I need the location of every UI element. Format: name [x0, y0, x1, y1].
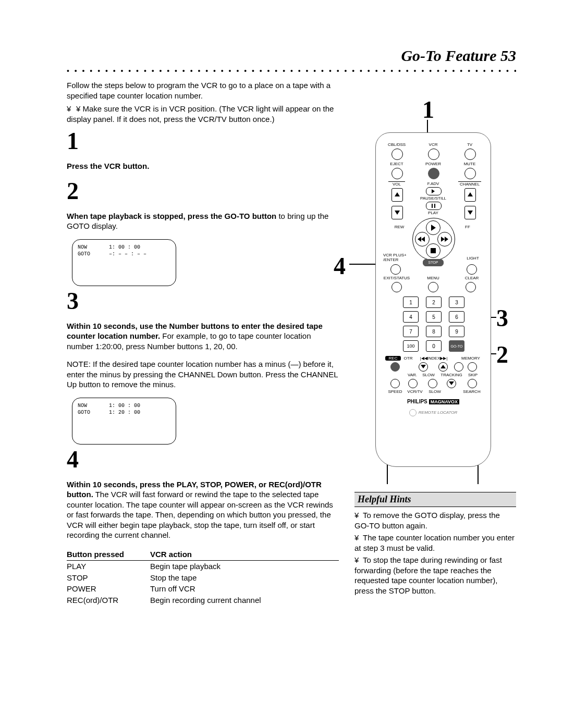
step3-note: NOTE: If the desired tape counter locati… [67, 359, 339, 390]
callout-3: 3 [496, 304, 508, 332]
num-9-button: 9 [449, 326, 464, 337]
channel-down-button [464, 206, 476, 219]
dotted-rule: • • • • • • • • • • • • • • • • • • • • … [67, 67, 516, 75]
goto-button: GO-TO [449, 340, 464, 352]
step2-bold: When tape playback is stopped, press the… [67, 212, 276, 220]
step1-text: Press the VCR button. [67, 162, 149, 170]
step-number-4: 4 [67, 448, 339, 472]
num-8-button: 8 [426, 326, 442, 337]
ff-button [437, 232, 452, 246]
num-2-button: 2 [426, 297, 442, 308]
num-1-button: 1 [403, 297, 419, 308]
memory2-button [468, 362, 477, 372]
hint-item: ¥The tape counter location number you en… [354, 533, 516, 555]
table-row: POWERTurn off VCR [67, 583, 339, 595]
screen-display-2: NOW1: 00 : 00 GOTO1: 20 : 00 [72, 398, 176, 445]
callout-1: 1 [422, 96, 434, 124]
vcr-button [428, 149, 439, 160]
clear-button [466, 282, 476, 292]
play-button [426, 220, 440, 235]
pause-button [426, 202, 442, 210]
pre-bullet: ¥¥ Make sure the VCR is in VCR position.… [67, 104, 339, 124]
num-5-button: 5 [426, 311, 442, 323]
remote-locator-label: REMOTE LOCATOR [376, 409, 491, 416]
speed-button [390, 379, 400, 388]
screen-display-1: NOW1: 00 : 00 GOTO–: – – : – – [72, 239, 176, 286]
channel-up-button [464, 188, 476, 202]
table-row: STOPStop the tape [67, 572, 339, 584]
step-number-1: 1 [67, 129, 339, 153]
brand-label: PHILIPSMAGNAVOX [376, 399, 491, 404]
num-6-button: 6 [449, 311, 464, 323]
power-button [428, 168, 439, 179]
num-4-button: 4 [403, 311, 419, 323]
menu-button [428, 282, 438, 292]
mute-button [464, 168, 476, 179]
helpful-hints-box: Helpful Hints ¥To remove the GOTO displa… [354, 492, 516, 598]
search-button [468, 379, 477, 388]
eject-button [391, 168, 403, 179]
rew-button [415, 232, 430, 246]
cbl-dss-button [391, 149, 403, 160]
page-title: Go-To Feature 53 [67, 47, 516, 65]
light-button [467, 264, 477, 275]
intro-text: Follow the steps below to program the VC… [67, 80, 339, 101]
vol-down-button [391, 206, 403, 219]
tracking-button [447, 379, 456, 388]
step-number-3: 3 [67, 289, 339, 313]
index-rew-button [419, 362, 428, 372]
table-row: PLAYBegin tape playback [67, 561, 339, 572]
vcrtv-button [408, 379, 418, 388]
remote-illustration: CBL/DSS VCR TV EJECT POWER MUTE VOL F.AD… [375, 132, 491, 467]
hint-item: ¥To stop the tape during rewinding or fa… [354, 555, 516, 598]
callout-2: 2 [496, 341, 508, 368]
stop-button [426, 243, 440, 258]
memory-button [454, 362, 463, 372]
helpful-hints-title: Helpful Hints [354, 492, 516, 507]
num-7-button: 7 [403, 326, 419, 337]
vol-up-button [391, 188, 403, 202]
vcrplus-button [390, 264, 401, 275]
step4-rest: The VCR will fast forward or rewind the … [67, 490, 333, 539]
num-100-button: 100 [403, 340, 419, 352]
hint-item: ¥To remove the GOTO display, press the G… [354, 510, 516, 533]
rec-otr-button [390, 362, 400, 372]
exit-status-button [391, 282, 402, 292]
index-ff-button [438, 362, 448, 372]
stop-label: STOP [423, 259, 444, 266]
tv-button [464, 149, 476, 160]
fadv-button [426, 187, 442, 195]
slow-button [428, 379, 437, 388]
num-0-button: 0 [426, 340, 442, 352]
callout-4: 4 [334, 252, 346, 280]
step-number-2: 2 [67, 179, 339, 203]
num-3-button: 3 [449, 297, 464, 308]
action-table: Button pressedVCR action PLAYBegin tape … [67, 548, 339, 606]
table-row: REC(ord)/OTRBegin recording current chan… [67, 595, 339, 606]
